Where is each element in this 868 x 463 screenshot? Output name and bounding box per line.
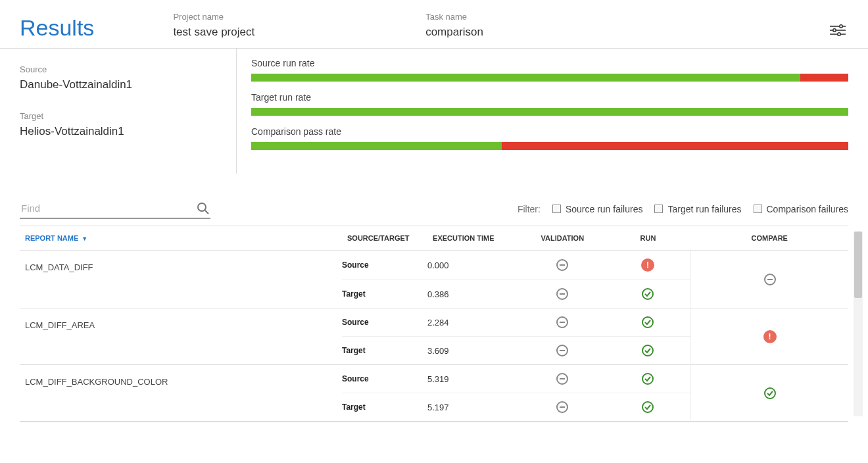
source-label: Source [20,64,236,74]
filter-checkbox[interactable]: Comparison failures [754,204,849,214]
rate-bar-fail [800,74,848,82]
status-neutral-icon [556,259,568,271]
source-target-label: Target [342,402,427,412]
execution-time-value: 2.284 [427,318,519,328]
svg-point-5 [838,33,840,36]
page-title: Results [20,16,94,39]
settings-icon[interactable] [827,22,848,39]
summary-panel: Source Danube-Vottzainaldin1 Target Heli… [0,49,868,174]
run-cell [605,373,690,385]
target-label: Target [20,111,236,121]
validation-cell [519,345,605,356]
rate-label: Target run rate [251,92,848,103]
results-table: Report Name ▼ Source/Target Execution Ti… [20,226,848,422]
table-row[interactable]: LCM_DIFF_BACKGROUND_COLORSource5.319Targ… [20,365,848,422]
rate-row: Target run rate [251,92,848,116]
filter-checkbox[interactable]: Source run failures [552,204,643,214]
inner-row-target: Target3.609 [342,336,690,364]
find-field[interactable] [20,199,210,219]
source-target-panel: Source Danube-Vottzainaldin1 Target Heli… [20,49,237,174]
col-execution-time[interactable]: Execution Time [427,226,519,251]
table-row[interactable]: LCM_DATA_DIFFSource0.000!Target0.386 [20,251,848,308]
vertical-scrollbar[interactable] [854,232,863,416]
rate-label: Comparison pass rate [251,126,848,137]
run-cell [605,401,690,413]
inner-row-source: Source5.319 [342,365,690,393]
status-fail-icon: ! [641,258,654,272]
report-name-cell: LCM_DIFF_BACKGROUND_COLOR [20,365,342,422]
status-neutral-icon [764,274,776,285]
svg-line-7 [205,210,208,214]
search-icon[interactable] [196,201,210,216]
rate-row: Comparison pass rate [251,126,848,150]
project-name-value: test save project [173,26,254,39]
status-ok-icon [642,288,654,300]
source-target-cell: Source5.319Target5.197 [342,365,691,422]
compare-cell [691,251,849,308]
target-value: Helios-Vottzainaldin1 [20,125,236,138]
svg-point-6 [198,203,206,211]
rate-bar-pass [251,142,502,150]
col-run[interactable]: Run [605,226,690,251]
inner-row-source: Source2.284 [342,308,690,336]
inner-row-target: Target5.197 [342,393,690,421]
find-input[interactable] [20,199,196,218]
filter-checkbox-label: Comparison failures [767,204,849,214]
svg-point-3 [833,29,836,32]
rates-panel: Source run rateTarget run rateComparison… [237,49,848,174]
project-meta: Project name test save project [173,12,254,39]
execution-time-value: 5.197 [427,402,519,412]
rate-bar-pass [251,74,800,82]
col-source-target[interactable]: Source/Target [342,226,427,251]
status-neutral-icon [556,288,568,300]
status-neutral-icon [556,373,568,385]
results-table-wrap: Report Name ▼ Source/Target Execution Ti… [20,226,848,422]
status-fail-icon: ! [763,330,777,343]
source-target-cell: Source2.284Target3.609 [342,308,691,365]
scrollbar-thumb[interactable] [854,232,862,298]
col-compare[interactable]: Compare [691,226,849,251]
checkbox-icon [754,205,762,213]
filter-checkbox-label: Source run failures [566,204,643,214]
run-cell [605,316,690,328]
filter-checkbox[interactable]: Target run failures [654,204,741,214]
execution-time-value: 5.319 [427,374,519,384]
header: Results Project name test save project T… [0,0,868,49]
controls-row: Filter: Source run failuresTarget run fa… [0,174,868,226]
compare-cell [691,365,849,422]
table-row[interactable]: LCM_DIFF_AREASource2.284Target3.609! [20,308,848,365]
checkbox-icon [552,205,561,213]
validation-cell [519,373,605,385]
execution-time-value: 0.386 [427,289,519,299]
status-ok-icon [642,401,654,413]
inner-row-source: Source0.000! [342,251,690,280]
col-report-name[interactable]: Report Name ▼ [20,226,342,251]
run-cell [605,288,690,300]
run-cell: ! [605,258,690,272]
status-ok-icon [764,387,776,399]
validation-cell [519,288,605,300]
svg-point-1 [840,25,842,28]
col-validation[interactable]: Validation [519,226,605,251]
status-ok-icon [642,345,654,356]
source-value: Danube-Vottzainaldin1 [20,78,236,91]
validation-cell [519,401,605,413]
source-target-label: Target [342,289,427,299]
filter-label: Filter: [518,204,541,214]
status-ok-icon [642,316,654,328]
rate-bar [251,142,848,150]
rate-label: Source run rate [251,58,848,68]
task-name-label: Task name [425,12,483,22]
rate-row: Source run rate [251,58,848,82]
col-report-name-label: Report Name [25,234,78,242]
status-neutral-icon [556,345,568,356]
validation-cell [519,316,605,328]
rate-bar [251,108,848,116]
validation-cell [519,259,605,271]
inner-row-target: Target0.386 [342,280,690,308]
source-target-label: Target [342,346,427,355]
task-meta: Task name comparison [425,12,483,39]
source-target-label: Source [342,374,427,383]
execution-time-value: 0.000 [427,260,519,270]
report-name-cell: LCM_DATA_DIFF [20,251,342,308]
